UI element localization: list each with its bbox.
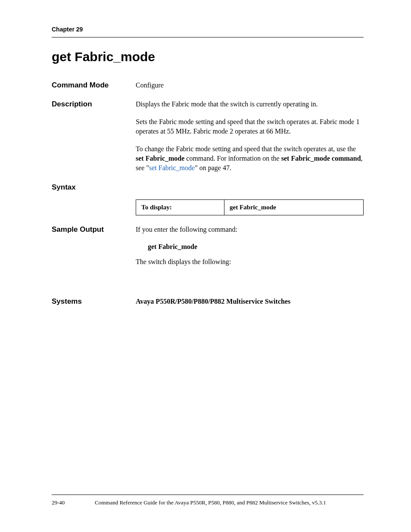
page-container: Chapter 29 get Fabric_mode Command Mode … (0, 0, 411, 532)
sample-command: get Fabric_mode (136, 242, 364, 252)
section-description: Description Displays the Fabric mode tha… (52, 100, 364, 173)
label-syntax: Syntax (52, 183, 136, 192)
body-systems: Avaya P550R/P580/P880/P882 Multiservice … (136, 297, 364, 306)
sample-p1: If you enter the following command: (136, 225, 364, 234)
label-description: Description (52, 100, 136, 109)
syntax-cell-left: To display: (136, 199, 224, 215)
command-title: get Fabric_mode (52, 50, 364, 64)
chapter-header: Chapter 29 (52, 26, 364, 37)
footer-page-number: 29-40 (52, 499, 90, 506)
section-syntax-table-row: To display: get Fabric_mode (52, 197, 364, 215)
label-systems: Systems (52, 297, 136, 306)
desc-p3-link[interactable]: set Fabric_mode (149, 164, 195, 171)
description-p2: Sets the Fabric mode setting and speed t… (136, 117, 364, 137)
desc-p3-bold2: set Fabric_mode command (281, 155, 361, 162)
syntax-cell-right: get Fabric_mode (224, 199, 364, 215)
label-command-mode: Command Mode (52, 81, 136, 90)
section-sample-output: Sample Output If you enter the following… (52, 225, 364, 267)
section-command-mode: Command Mode Configure (52, 81, 364, 90)
section-syntax: Syntax (52, 183, 364, 192)
syntax-table-wrap: To display: get Fabric_mode (136, 197, 364, 215)
systems-value: Avaya P550R/P580/P880/P882 Multiservice … (136, 298, 290, 305)
sample-p2: The switch displays the following: (136, 257, 364, 267)
command-mode-value: Configure (136, 81, 164, 89)
footer-doc-title: Command Reference Guide for the Avaya P5… (90, 499, 364, 506)
desc-p3-suffix: " on page 47. (195, 164, 231, 171)
syntax-row: To display: get Fabric_mode (136, 199, 364, 215)
body-sample-output: If you enter the following command: get … (136, 225, 364, 267)
syntax-spacer-label (52, 197, 136, 197)
syntax-table: To display: get Fabric_mode (136, 199, 364, 215)
body-syntax (136, 183, 364, 186)
section-systems: Systems Avaya P550R/P580/P880/P882 Multi… (52, 297, 364, 306)
desc-p3-bold1: set Fabric_mode (136, 155, 184, 162)
body-command-mode: Configure (136, 81, 364, 90)
desc-p3-mid1: command. For information on the (184, 155, 281, 162)
page-footer: 29-40 Command Reference Guide for the Av… (52, 495, 364, 506)
description-p3: To change the Fabric mode setting and sp… (136, 144, 364, 173)
desc-p3-prefix: To change the Fabric mode setting and sp… (136, 145, 356, 152)
body-description: Displays the Fabric mode that the switch… (136, 100, 364, 173)
label-sample-output: Sample Output (52, 225, 136, 234)
description-p1: Displays the Fabric mode that the switch… (136, 100, 364, 109)
